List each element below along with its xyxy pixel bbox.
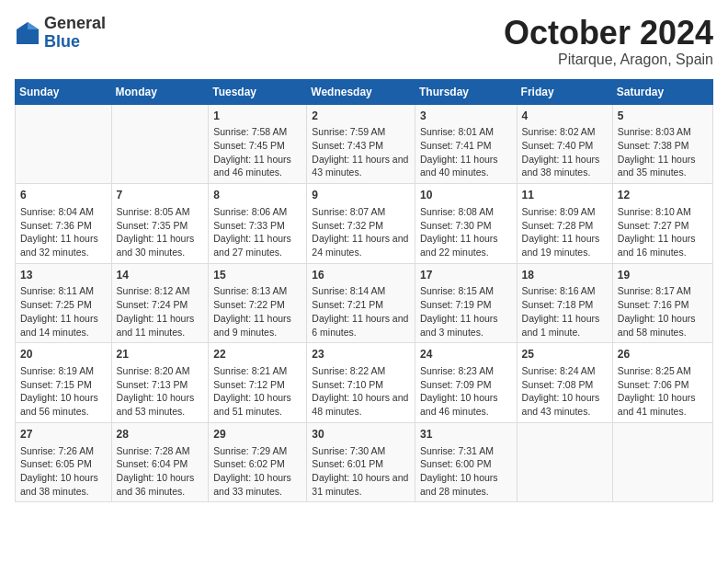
calendar-day-cell: 29Sunrise: 7:29 AMSunset: 6:02 PMDayligh… (209, 422, 307, 502)
calendar-day-cell: 31Sunrise: 7:31 AMSunset: 6:00 PMDayligh… (415, 422, 517, 502)
calendar-week-row: 27Sunrise: 7:26 AMSunset: 6:05 PMDayligh… (16, 422, 713, 502)
logo-blue-text: Blue (44, 33, 106, 52)
day-number: 26 (618, 347, 708, 362)
logo-general-text: General (44, 15, 106, 33)
location-text: Pitarque, Aragon, Spain (504, 52, 713, 68)
calendar-day-cell: 28Sunrise: 7:28 AMSunset: 6:04 PMDayligh… (111, 422, 209, 502)
day-number: 30 (312, 427, 410, 442)
weekday-header: Monday (111, 79, 209, 104)
day-number: 12 (618, 188, 708, 203)
calendar-day-cell: 15Sunrise: 8:13 AMSunset: 7:22 PMDayligh… (209, 263, 307, 343)
logo: General Blue (15, 15, 106, 52)
calendar-day-cell: 6Sunrise: 8:04 AMSunset: 7:36 PMDaylight… (16, 184, 112, 264)
day-info: Sunrise: 8:25 AMSunset: 7:06 PMDaylight:… (618, 364, 708, 419)
day-info: Sunrise: 8:21 AMSunset: 7:12 PMDaylight:… (213, 364, 301, 419)
day-info: Sunrise: 8:16 AMSunset: 7:18 PMDaylight:… (522, 284, 608, 339)
calendar-day-cell: 4Sunrise: 8:02 AMSunset: 7:40 PMDaylight… (517, 104, 612, 184)
day-number: 27 (20, 427, 107, 442)
day-info: Sunrise: 8:20 AMSunset: 7:13 PMDaylight:… (117, 364, 204, 419)
day-info: Sunrise: 8:17 AMSunset: 7:16 PMDaylight:… (618, 284, 708, 339)
day-info: Sunrise: 8:04 AMSunset: 7:36 PMDaylight:… (20, 205, 107, 259)
calendar-day-cell (612, 422, 712, 502)
day-info: Sunrise: 8:14 AMSunset: 7:21 PMDaylight:… (312, 284, 410, 339)
day-number: 15 (213, 268, 301, 283)
calendar-day-cell: 17Sunrise: 8:15 AMSunset: 7:19 PMDayligh… (415, 263, 517, 343)
day-info: Sunrise: 8:02 AMSunset: 7:40 PMDaylight:… (522, 125, 608, 179)
day-number: 2 (312, 109, 410, 124)
day-info: Sunrise: 8:01 AMSunset: 7:41 PMDaylight:… (420, 125, 512, 179)
day-info: Sunrise: 8:24 AMSunset: 7:08 PMDaylight:… (522, 364, 608, 419)
day-info: Sunrise: 8:03 AMSunset: 7:38 PMDaylight:… (618, 125, 708, 179)
day-info: Sunrise: 7:30 AMSunset: 6:01 PMDaylight:… (312, 444, 410, 499)
day-info: Sunrise: 8:06 AMSunset: 7:33 PMDaylight:… (213, 205, 301, 259)
day-info: Sunrise: 7:31 AMSunset: 6:00 PMDaylight:… (420, 444, 512, 499)
weekday-header: Saturday (612, 79, 712, 104)
day-number: 21 (117, 347, 204, 362)
day-number: 16 (312, 268, 410, 283)
day-number: 14 (117, 268, 204, 283)
day-info: Sunrise: 8:08 AMSunset: 7:30 PMDaylight:… (420, 205, 512, 259)
calendar-week-row: 20Sunrise: 8:19 AMSunset: 7:15 PMDayligh… (16, 343, 713, 423)
day-number: 11 (522, 188, 608, 203)
calendar-day-cell: 19Sunrise: 8:17 AMSunset: 7:16 PMDayligh… (612, 263, 712, 343)
calendar-day-cell: 21Sunrise: 8:20 AMSunset: 7:13 PMDayligh… (111, 343, 209, 423)
day-number: 20 (20, 347, 107, 362)
day-number: 3 (420, 109, 512, 124)
month-title: October 2024 (504, 15, 713, 52)
day-number: 23 (312, 347, 410, 362)
day-number: 10 (420, 188, 512, 203)
day-info: Sunrise: 8:05 AMSunset: 7:35 PMDaylight:… (117, 205, 204, 259)
day-info: Sunrise: 8:23 AMSunset: 7:09 PMDaylight:… (420, 364, 512, 419)
day-number: 9 (312, 188, 410, 203)
calendar-day-cell: 11Sunrise: 8:09 AMSunset: 7:28 PMDayligh… (517, 184, 612, 264)
calendar-day-cell: 25Sunrise: 8:24 AMSunset: 7:08 PMDayligh… (517, 343, 612, 423)
weekday-header: Sunday (16, 79, 112, 104)
calendar-day-cell: 30Sunrise: 7:30 AMSunset: 6:01 PMDayligh… (307, 422, 415, 502)
calendar-day-cell: 3Sunrise: 8:01 AMSunset: 7:41 PMDaylight… (415, 104, 517, 184)
calendar-day-cell (517, 422, 612, 502)
day-number: 24 (420, 347, 512, 362)
day-info: Sunrise: 8:10 AMSunset: 7:27 PMDaylight:… (618, 205, 708, 259)
day-info: Sunrise: 7:59 AMSunset: 7:43 PMDaylight:… (312, 125, 410, 179)
calendar-day-cell: 26Sunrise: 8:25 AMSunset: 7:06 PMDayligh… (612, 343, 712, 423)
calendar-day-cell: 14Sunrise: 8:12 AMSunset: 7:24 PMDayligh… (111, 263, 209, 343)
calendar-day-cell: 1Sunrise: 7:58 AMSunset: 7:45 PMDaylight… (209, 104, 307, 184)
day-number: 1 (213, 109, 301, 124)
day-number: 7 (117, 188, 204, 203)
day-number: 19 (618, 268, 708, 283)
calendar-header: SundayMondayTuesdayWednesdayThursdayFrid… (16, 79, 713, 104)
calendar-day-cell: 12Sunrise: 8:10 AMSunset: 7:27 PMDayligh… (612, 184, 712, 264)
calendar-body: 1Sunrise: 7:58 AMSunset: 7:45 PMDaylight… (16, 104, 713, 502)
day-number: 8 (213, 188, 301, 203)
calendar-day-cell: 10Sunrise: 8:08 AMSunset: 7:30 PMDayligh… (415, 184, 517, 264)
day-info: Sunrise: 8:22 AMSunset: 7:10 PMDaylight:… (312, 364, 410, 419)
logo-icon (15, 20, 40, 46)
calendar-day-cell: 2Sunrise: 7:59 AMSunset: 7:43 PMDaylight… (307, 104, 415, 184)
day-info: Sunrise: 8:09 AMSunset: 7:28 PMDaylight:… (522, 205, 608, 259)
weekday-header: Friday (517, 79, 612, 104)
day-number: 5 (618, 109, 708, 124)
calendar-day-cell: 8Sunrise: 8:06 AMSunset: 7:33 PMDaylight… (209, 184, 307, 264)
calendar-day-cell: 13Sunrise: 8:11 AMSunset: 7:25 PMDayligh… (16, 263, 112, 343)
calendar-day-cell: 16Sunrise: 8:14 AMSunset: 7:21 PMDayligh… (307, 263, 415, 343)
calendar-day-cell (16, 104, 112, 184)
weekday-header: Tuesday (209, 79, 307, 104)
calendar-day-cell: 9Sunrise: 8:07 AMSunset: 7:32 PMDaylight… (307, 184, 415, 264)
calendar-day-cell: 5Sunrise: 8:03 AMSunset: 7:38 PMDaylight… (612, 104, 712, 184)
svg-marker-1 (28, 22, 39, 29)
title-area: October 2024 Pitarque, Aragon, Spain (504, 15, 713, 68)
calendar-week-row: 1Sunrise: 7:58 AMSunset: 7:45 PMDaylight… (16, 104, 713, 184)
day-info: Sunrise: 8:11 AMSunset: 7:25 PMDaylight:… (20, 284, 107, 339)
calendar-day-cell: 22Sunrise: 8:21 AMSunset: 7:12 PMDayligh… (209, 343, 307, 423)
day-number: 17 (420, 268, 512, 283)
day-number: 22 (213, 347, 301, 362)
calendar-day-cell (111, 104, 209, 184)
day-number: 28 (117, 427, 204, 442)
day-info: Sunrise: 7:58 AMSunset: 7:45 PMDaylight:… (213, 125, 301, 179)
calendar-week-row: 13Sunrise: 8:11 AMSunset: 7:25 PMDayligh… (16, 263, 713, 343)
weekday-header: Thursday (415, 79, 517, 104)
day-number: 4 (522, 109, 608, 124)
calendar-day-cell: 24Sunrise: 8:23 AMSunset: 7:09 PMDayligh… (415, 343, 517, 423)
day-info: Sunrise: 8:19 AMSunset: 7:15 PMDaylight:… (20, 364, 107, 419)
day-info: Sunrise: 7:28 AMSunset: 6:04 PMDaylight:… (117, 444, 204, 499)
